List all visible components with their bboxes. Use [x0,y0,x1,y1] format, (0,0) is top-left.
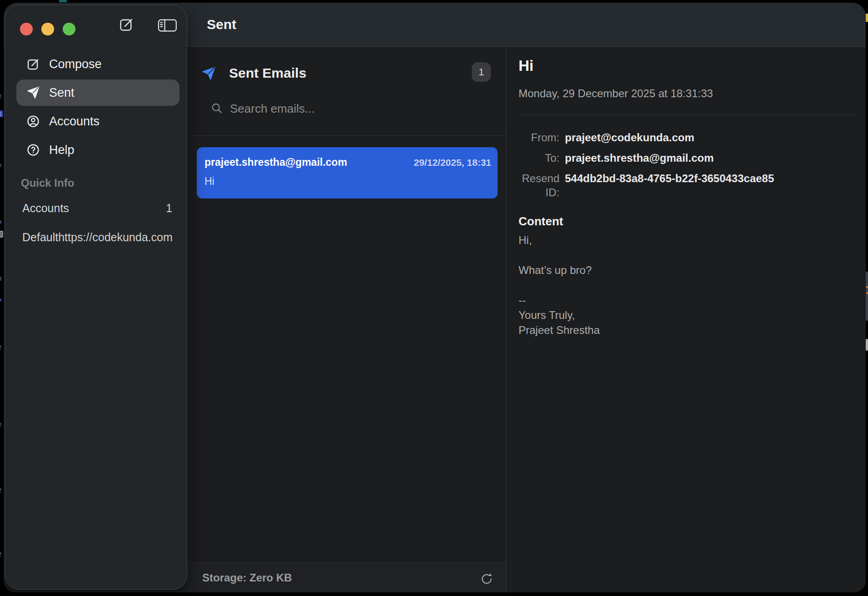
email-count-badge: 1 [472,62,491,82]
divider [187,135,506,136]
sidebar-toggle-button[interactable] [158,18,178,33]
background-window-edge [59,0,67,2]
search-input[interactable] [230,100,484,117]
sidebar-item-sent[interactable]: Sent [16,79,180,106]
meta-value: 544db2bd-83a8-4765-b22f-3650433cae85 [565,171,774,199]
detail-subject: Hi [519,57,534,74]
meta-label: From: [519,130,559,144]
sidebar-item-label: Compose [49,57,102,71]
sidebar: Compose Sent Accounts [5,5,187,590]
email-detail-panel: Hi Monday, 29 December 2025 at 18:31:33 … [507,47,866,592]
quick-info-label: Default [22,231,58,244]
email-body: Hi, What’s up bro? -- Yours Truly, Praje… [519,233,848,338]
paper-plane-icon [201,66,216,81]
sent-emails-panel: Sent Emails 1 prajeet.shrestha@gmail.com… [187,47,506,592]
sidebar-item-accounts[interactable]: Accounts [16,108,180,134]
help-circle-icon [26,143,40,157]
search-bar [187,96,506,121]
email-timestamp: 29/12/2025, 18:31 [414,157,491,168]
window-title: Sent [207,17,236,32]
compose-icon [119,17,134,32]
meta-value: prajeet@codekunda.com [565,130,694,144]
meta-label: Resend ID: [519,171,559,199]
meta-row-from: From: prajeet@codekunda.com [519,130,856,144]
background-window-fragment: 2 [0,487,1,494]
background-window-edge [866,14,868,22]
background-window-edge [866,292,868,294]
background-window-edge [866,286,868,288]
compose-icon [26,57,40,71]
email-meta: From: prajeet@codekunda.com To: prajeet.… [519,130,856,206]
background-window-fragment: 1 [0,110,3,117]
meta-value: prajeet.shrestha@gmail.com [565,151,714,165]
quick-info-default-row: Default https://codekunda.com [22,231,172,244]
compose-toolbar-button[interactable] [119,17,134,32]
minimize-button[interactable] [41,23,54,35]
content-section-title: Content [519,214,563,228]
list-panel-footer: Storage: Zero KB [187,563,506,592]
quick-info-value: 1 [166,202,172,215]
background-window-fragment: 2 [0,551,1,558]
storage-status: Storage: Zero KB [202,571,292,584]
refresh-button[interactable] [479,571,494,586]
sidebar-item-label: Accounts [49,114,100,129]
background-window-fragment: 2 [0,93,1,100]
email-list-item[interactable]: prajeet.shrestha@gmail.com 29/12/2025, 1… [197,147,498,199]
meta-row-to: To: prajeet.shrestha@gmail.com [519,151,856,165]
background-window-fragment: a [0,218,1,225]
email-subject: Hi [205,175,215,188]
quick-info-title: Quick Info [21,177,74,189]
search-icon [211,102,223,114]
traffic-lights [20,23,75,35]
background-window-fragment: ◂ [0,296,1,303]
divider [519,114,856,115]
background-window-fragment: 2 [0,344,1,351]
list-panel-title: Sent Emails [229,65,306,81]
quick-info-label: Accounts [22,202,69,215]
background-window-fragment: 8 [0,275,1,282]
person-circle-icon [26,114,40,128]
sidebar-item-help[interactable]: Help [16,137,180,163]
meta-label: To: [519,151,559,165]
close-button[interactable] [20,23,33,35]
background-window-fragment: 3 [0,231,3,238]
email-recipient: prajeet.shrestha@gmail.com [205,156,347,169]
sidebar-item-label: Sent [49,86,75,100]
sidebar-item-compose[interactable]: Compose [16,51,180,77]
background-scrollbar-thumb [866,339,868,351]
paper-plane-icon [26,86,40,99]
background-window-fragment: e [0,162,1,169]
zoom-button[interactable] [63,23,75,35]
sidebar-item-label: Help [49,143,75,157]
quick-info-value: https://codekunda.com [58,231,173,244]
meta-row-resend-id: Resend ID: 544db2bd-83a8-4765-b22f-36504… [519,171,856,199]
sidebar-toggle-icon [158,18,178,33]
background-window-fragment: 2 [0,422,1,428]
detail-date: Monday, 29 December 2025 at 18:31:33 [519,87,713,100]
sidebar-nav: Compose Sent Accounts [16,51,180,165]
background-window-edge [866,272,868,321]
quick-info-accounts-row: Accounts 1 [22,202,172,215]
